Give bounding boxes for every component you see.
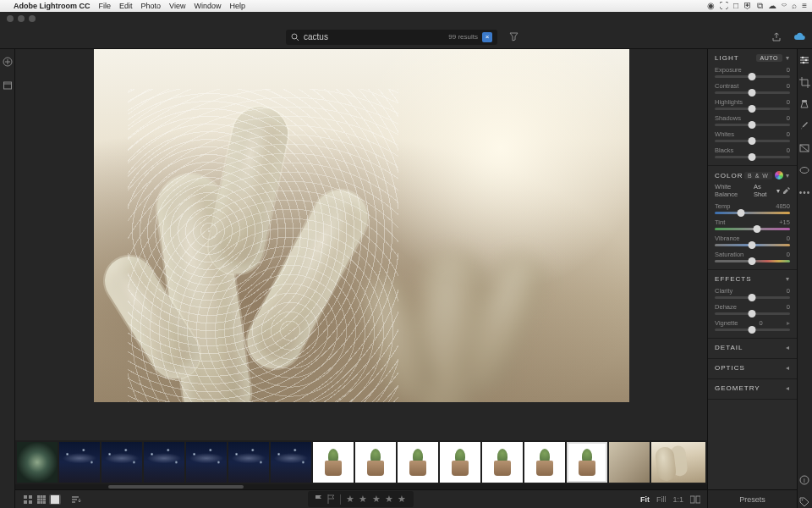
disclose-icon[interactable]: ▾ [786, 172, 790, 179]
contrast-slider[interactable]: Contrast0 [715, 82, 790, 94]
menu-view[interactable]: View [169, 2, 185, 10]
crop-tool-button[interactable] [798, 76, 810, 88]
detail-section[interactable]: Detail◂ [708, 339, 797, 359]
filmstrip-row[interactable] [15, 440, 707, 484]
original-toggle-button[interactable] [690, 495, 700, 504]
wifi-icon[interactable]: ⌔ [782, 1, 787, 11]
thumbnail[interactable] [17, 442, 58, 483]
detail-view-button[interactable] [49, 494, 61, 505]
filmstrip-scrollbar[interactable] [15, 484, 707, 489]
thumbnail[interactable] [102, 442, 142, 483]
tint-slider[interactable]: Tint+15 [715, 218, 790, 230]
svg-rect-4 [24, 495, 27, 499]
filter-button[interactable] [509, 32, 518, 41]
vignette-slider[interactable]: Vignette0▸ [715, 319, 790, 331]
status-icon[interactable]: ⛨ [743, 1, 752, 11]
radial-gradient-button[interactable] [798, 164, 810, 176]
zoom-fit-button[interactable]: Fit [640, 495, 650, 504]
bw-toggle-button[interactable]: B & W [744, 172, 772, 179]
status-icon[interactable]: ◉ [707, 1, 715, 11]
status-icon[interactable]: □ [733, 1, 738, 11]
white-balance-value[interactable]: As Shot [754, 183, 774, 198]
thumbnail[interactable] [228, 442, 269, 483]
color-section: Color B & W ▾ White Balance As Shot ▾ [708, 166, 797, 270]
spotlight-icon[interactable]: ⌕ [792, 1, 797, 11]
square-grid-view-button[interactable] [36, 494, 47, 505]
menu-app-name[interactable]: Adobe Lightroom CC [14, 2, 91, 10]
svg-point-25 [800, 168, 809, 174]
geometry-section[interactable]: Geometry◂ [708, 379, 797, 400]
linear-gradient-button[interactable] [798, 142, 810, 154]
close-window-button[interactable] [7, 15, 14, 22]
minimize-window-button[interactable] [18, 15, 25, 22]
thumbnail[interactable] [482, 442, 523, 483]
thumbnail[interactable] [398, 442, 438, 483]
cloud-sync-button[interactable] [793, 32, 805, 42]
chevron-down-icon[interactable]: ▾ [776, 187, 780, 195]
thumbnail-selected[interactable] [567, 442, 607, 483]
keywords-button[interactable] [798, 496, 810, 508]
disclose-icon[interactable]: ▾ [786, 275, 790, 283]
my-photos-button[interactable] [2, 80, 14, 91]
saturation-slider[interactable]: Saturation0 [715, 251, 790, 262]
thumbnail[interactable] [440, 442, 480, 483]
thumbnail[interactable] [355, 442, 396, 483]
thumbnail[interactable] [186, 442, 227, 483]
dropbox-icon[interactable]: ⧉ [757, 1, 763, 11]
cloud-icon[interactable]: ☁ [768, 1, 776, 11]
clarity-slider[interactable]: Clarity0 [715, 287, 790, 299]
share-button[interactable] [771, 32, 782, 42]
brush-tool-button[interactable] [798, 120, 810, 132]
edit-tool-button[interactable] [798, 54, 810, 66]
sort-button[interactable] [71, 495, 81, 504]
disclose-icon[interactable]: ▾ [786, 54, 790, 62]
menu-extras-icon[interactable]: ≡ [802, 1, 807, 11]
menu-photo[interactable]: Photo [141, 2, 162, 10]
menu-help[interactable]: Help [229, 2, 245, 10]
vibrance-slider[interactable]: Vibrance0 [715, 235, 790, 246]
auto-button[interactable]: Auto [756, 54, 782, 62]
star-rating[interactable]: ★ ★ ★ ★ ★ [346, 494, 406, 505]
color-mixer-button[interactable] [775, 171, 783, 179]
photo-grid-view-button[interactable] [22, 494, 34, 505]
more-tools-button[interactable]: ••• [798, 186, 810, 198]
svg-rect-7 [29, 500, 32, 504]
thumbnail[interactable] [524, 442, 565, 483]
thumbnail[interactable] [651, 442, 705, 483]
optics-section[interactable]: Optics◂ [708, 359, 797, 379]
zoom-1to1-button[interactable]: 1:1 [673, 495, 684, 504]
search-field[interactable]: cactus 99 results × [286, 30, 497, 45]
zoom-window-button[interactable] [29, 15, 36, 22]
menu-window[interactable]: Window [194, 2, 221, 10]
presets-button[interactable]: Presets [708, 489, 797, 508]
menu-file[interactable]: File [99, 2, 112, 10]
exposure-slider[interactable]: Exposure0 [715, 66, 790, 78]
menu-edit[interactable]: Edit [119, 2, 133, 10]
info-button[interactable]: i [798, 474, 810, 486]
flag-reject-button[interactable] [327, 494, 335, 504]
dehaze-slider[interactable]: Dehaze0 [715, 303, 790, 315]
thumbnail[interactable] [59, 442, 100, 483]
healing-brush-button[interactable] [798, 98, 810, 110]
image-viewer[interactable] [15, 49, 707, 440]
thumbnail[interactable] [144, 442, 184, 483]
whites-slider[interactable]: Whites0 [715, 130, 790, 142]
blacks-slider[interactable]: Blacks0 [715, 146, 790, 158]
view-mode-toggle [22, 494, 61, 505]
shadows-slider[interactable]: Shadows0 [715, 114, 790, 126]
app-toolbar: cactus 99 results × [0, 25, 812, 49]
clear-search-button[interactable]: × [482, 32, 492, 42]
scrollbar-handle[interactable] [108, 485, 244, 489]
thumbnail[interactable] [271, 442, 311, 483]
highlights-slider[interactable]: Highlights0 [715, 98, 790, 110]
thumbnail[interactable] [313, 442, 354, 483]
temp-slider[interactable]: Temp4850 [715, 202, 790, 214]
status-icon[interactable]: ⛶ [720, 1, 728, 11]
loaded-photo [94, 49, 629, 402]
svg-rect-13 [43, 498, 46, 500]
flag-pick-button[interactable] [315, 494, 322, 504]
zoom-fill-button[interactable]: Fill [656, 495, 667, 504]
thumbnail[interactable] [609, 442, 650, 483]
add-photos-button[interactable] [2, 56, 14, 68]
eyedropper-button[interactable] [782, 187, 790, 195]
